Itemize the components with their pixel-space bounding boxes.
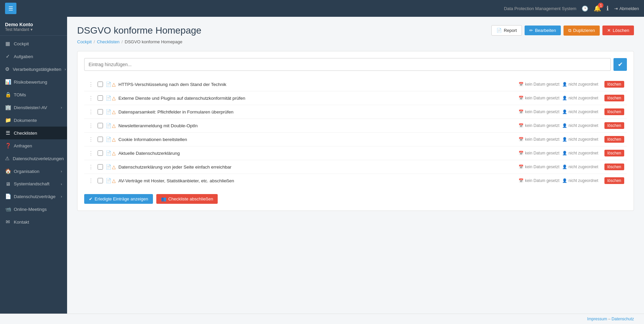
sidebar-item-anfragen[interactable]: ❓ Anfragen — [0, 139, 67, 152]
item-delete-button[interactable]: löschen — [604, 122, 624, 129]
sidebar-item-organisation[interactable]: 🏠 Organisation › — [0, 165, 67, 178]
drag-handle-icon[interactable]: ⋮ — [87, 95, 95, 101]
sidebar-item-checklisten[interactable]: ☰ Checklisten — [0, 127, 67, 139]
report-button[interactable]: 📄 Report — [491, 25, 522, 36]
drag-handle-icon[interactable]: ⋮ — [87, 150, 95, 156]
systemlandschaft-icon: 🖥 — [5, 181, 10, 187]
drag-handle-icon[interactable]: ⋮ — [87, 123, 95, 129]
sidebar-item-datenschutzverletzungen[interactable]: ⚠ Datenschutzverletzungen — [0, 152, 67, 165]
bearbeiten-button[interactable]: ✏ Bearbeiten — [525, 26, 561, 35]
item-delete-button[interactable]: löschen — [604, 81, 624, 88]
sidebar-item-dienstleister[interactable]: 🏢 Dienstleister/-AV › — [0, 101, 67, 114]
breadcrumb-checklisten[interactable]: Checklisten — [97, 39, 119, 44]
breadcrumb-cockpit[interactable]: Cockpit — [77, 39, 92, 44]
chevron-icon: › — [65, 67, 66, 71]
item-delete-button[interactable]: löschen — [604, 150, 624, 156]
item-checkbox[interactable] — [98, 109, 103, 114]
drag-handle-icon[interactable]: ⋮ — [87, 109, 95, 115]
edit-icon: ✏ — [529, 28, 533, 33]
item-assignee: 👤 nicht zugeordnet — [562, 123, 598, 128]
item-checkbox[interactable] — [98, 137, 103, 142]
history-icon[interactable]: 🕑 — [582, 5, 588, 12]
checklist-card: ✔ ⋮ 📄 △ HTTPS-Verschlüsselung nach dem S… — [77, 51, 634, 211]
sidebar-toggle-button[interactable]: ☰ — [5, 3, 16, 14]
item-delete-button[interactable]: löschen — [604, 95, 624, 101]
item-checkbox[interactable] — [98, 95, 103, 101]
warning-icon: △ — [112, 95, 116, 101]
item-delete-button[interactable]: löschen — [604, 164, 624, 170]
loeschen-button[interactable]: ✕ Löschen — [602, 26, 634, 35]
calendar-icon: 📅 — [519, 109, 524, 114]
users-icon: 👥 — [161, 196, 166, 201]
item-checkbox[interactable] — [98, 178, 103, 183]
sidebar-item-online-meetings[interactable]: 📹 Online-Meetings — [0, 203, 67, 216]
checklist-item: ⋮ 📄 △ Externe Dienste und Plugins auf da… — [84, 91, 627, 105]
info-icon[interactable]: ℹ — [606, 5, 609, 12]
item-date: 📅 kein Datum gesetzt — [519, 165, 559, 169]
app-title: Data Protection Management System — [504, 6, 576, 11]
sidebar-item-toms[interactable]: 🔒 TOMs — [0, 88, 67, 101]
sidebar-item-risikobewertung[interactable]: 📊 Risikobewertung — [0, 76, 67, 88]
sidebar-item-cockpit[interactable]: ▦ Cockpit — [0, 37, 67, 50]
close-checklist-button[interactable]: 👥 Checkliste abschließen — [156, 194, 218, 204]
page-header: DSGVO konforme Homepage 📄 Report ✏ Bearb… — [77, 25, 634, 36]
sidebar-item-systemlandschaft[interactable]: 🖥 Systemlandschaft › — [0, 178, 67, 190]
doc-icon: 📄 — [106, 82, 111, 87]
item-date: 📅 kein Datum gesetzt — [519, 178, 559, 183]
chevron-icon: › — [61, 182, 62, 186]
abmelden-button[interactable]: ⇥ Abmelden — [614, 6, 639, 11]
doc-icon: 📄 — [106, 150, 111, 156]
bottom-actions: ✔ Erledigte Einträge anzeigen 👥 Checklis… — [84, 194, 627, 204]
item-text: Newsletteranmeldung mit Double-OptIn — [118, 123, 513, 128]
sidebar-item-dokumente[interactable]: 📁 Dokumente — [0, 114, 67, 127]
abmelden-arrow-icon: ⇥ — [614, 6, 618, 11]
checklist-item: ⋮ 📄 △ Cookie Informationen bereitstellen… — [84, 133, 627, 146]
user-icon: 👤 — [562, 109, 567, 114]
item-text: Cookie Informationen bereitstellen — [118, 137, 513, 142]
notification-icon[interactable]: 🔔 1 — [594, 5, 601, 12]
doc-icon: 📄 — [106, 164, 111, 170]
sidebar-item-kontakt[interactable]: ✉ Kontakt — [0, 216, 67, 228]
footer-datenschutz[interactable]: Datenschutz — [611, 317, 634, 321]
item-checkbox[interactable] — [98, 150, 103, 156]
item-text: Aktuelle Datenschutzerklärung — [118, 151, 513, 156]
sidebar-item-datenschutzvertraege[interactable]: 📄 Datenschutzverträge › — [0, 190, 67, 203]
delete-icon: ✕ — [607, 28, 611, 33]
user-icon: 👤 — [562, 178, 567, 183]
drag-handle-icon[interactable]: ⋮ — [87, 178, 95, 184]
checklist-item: ⋮ 📄 △ Datenschutzerklärung von jeder Sei… — [84, 160, 627, 174]
item-delete-button[interactable]: löschen — [604, 108, 624, 115]
sidebar-item-verarbeitungstaetigkeiten[interactable]: ⚙ Verarbeitungstätigkeiten › — [0, 63, 67, 76]
main-content: DSGVO konforme Homepage 📄 Report ✏ Bearb… — [67, 17, 644, 314]
calendar-icon: 📅 — [519, 178, 524, 183]
item-checkbox[interactable] — [98, 164, 103, 170]
item-checkbox[interactable] — [98, 82, 103, 87]
show-completed-button[interactable]: ✔ Erledigte Einträge anzeigen — [84, 194, 153, 204]
checklist-item: ⋮ 📄 △ AV-Verträge mit Hoster, Statistika… — [84, 174, 627, 187]
item-text: Datensparsamkeit: Pflichtfelder in Formu… — [118, 109, 513, 114]
warning-icon: △ — [112, 109, 116, 114]
navbar: ☰ Data Protection Management System 🕑 🔔 … — [0, 0, 644, 17]
footer-impressum[interactable]: Impressum — [587, 317, 607, 321]
item-checkbox[interactable] — [98, 123, 103, 128]
item-text: AV-Verträge mit Hoster, Statistikanbiete… — [118, 178, 513, 183]
sidebar: Demo Konto Test Mandant ▾ ▦ Cockpit ✓ Au… — [0, 17, 67, 314]
chevron-down-icon: ▾ — [31, 27, 33, 32]
calendar-icon: 📅 — [519, 165, 524, 169]
duplizieren-button[interactable]: ⧉ Duplizieren — [564, 26, 600, 36]
item-delete-button[interactable]: löschen — [604, 136, 624, 143]
drag-handle-icon[interactable]: ⋮ — [87, 136, 95, 143]
item-assignee: 👤 nicht zugeordnet — [562, 165, 598, 169]
item-delete-button[interactable]: löschen — [604, 177, 624, 184]
checklist-item: ⋮ 📄 △ Aktuelle Datenschutzerklärung 📅 ke… — [84, 146, 627, 160]
drag-handle-icon[interactable]: ⋮ — [87, 164, 95, 170]
user-mandant[interactable]: Test Mandant ▾ — [5, 27, 62, 32]
datenschutzverletzungen-icon: ⚠ — [5, 155, 9, 161]
add-entry-button[interactable]: ✔ — [613, 58, 627, 71]
add-entry-input[interactable] — [84, 58, 611, 71]
sidebar-item-aufgaben[interactable]: ✓ Aufgaben — [0, 50, 67, 63]
drag-handle-icon[interactable]: ⋮ — [87, 81, 95, 88]
item-assignee: 👤 nicht zugeordnet — [562, 109, 598, 114]
add-entry-row: ✔ — [84, 58, 627, 71]
calendar-icon: 📅 — [519, 96, 524, 100]
